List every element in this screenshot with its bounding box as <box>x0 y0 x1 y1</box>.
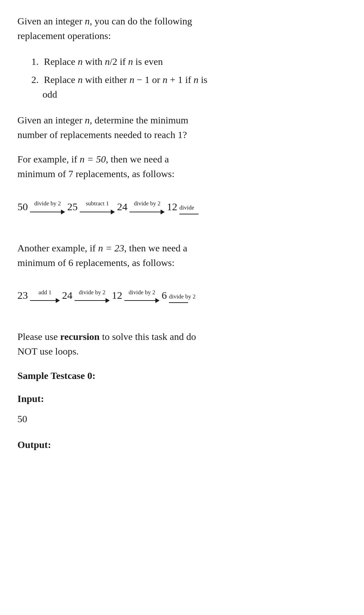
please-recursion: recursion <box>60 331 100 342</box>
ex2-var-n: n <box>98 243 103 253</box>
diagram2-arrowcut-line <box>169 302 188 303</box>
op2-minus: − 1 <box>134 74 150 85</box>
ex2-line2: minimum of 6 replacements, as follows: <box>17 257 175 268</box>
diagram2-arrow3-shaft <box>124 300 156 301</box>
diagram1-arrow-3: divide by 2 <box>130 199 165 214</box>
op2-var-n2: n <box>194 74 199 85</box>
op2-end: is <box>199 74 208 85</box>
diagram1-num-50: 50 <box>17 199 28 214</box>
ex1-eq: = 50 <box>85 154 106 165</box>
op2-var-n: n <box>78 74 83 85</box>
diagram2-num-24: 24 <box>62 287 72 303</box>
example2-text: Another example, if n = 23, then we need… <box>17 241 347 270</box>
diagram1-arrow2-label: subtract 1 <box>86 199 109 208</box>
operations-list: 1. Replace n with n/2 if n is even 2. Re… <box>31 54 347 102</box>
diagram1-arrowcut-shaft <box>179 214 199 214</box>
diagram2-arrowcut-label: divide by 2 <box>169 292 196 301</box>
diagram1-num-25: 25 <box>67 199 78 214</box>
diagram2-flow: x 23 add 1 x 24 d <box>17 277 347 303</box>
diagram2-row-12: 12 <box>112 287 122 303</box>
example1-text: For example, if n = 50, then we need a m… <box>17 152 347 181</box>
op2-odd: odd <box>42 89 57 100</box>
diagram2-arrow1-label: add 1 <box>38 288 51 297</box>
diagram2-arrow1-head <box>56 298 60 303</box>
diagram2-row-6: 6 <box>162 287 167 303</box>
diagram2-arrow-3: divide by 2 <box>124 288 160 303</box>
diagram2-num-6: 6 <box>162 287 167 303</box>
question-var-n: n <box>85 115 90 126</box>
diagram1-num-24: 24 <box>117 199 127 214</box>
op2-plus: + 1 <box>168 74 183 85</box>
op1-var-n: n <box>78 56 83 67</box>
ex1-var-n: n <box>80 154 85 165</box>
diagram2-num-23: 23 <box>17 287 28 303</box>
diagram1-arrow1-line <box>30 210 65 214</box>
diagram1-step-12: x 12 <box>167 188 177 214</box>
please-line2: NOT use loops. <box>17 346 79 357</box>
diagram2-step-23: x 23 <box>17 277 28 303</box>
input-heading: Input: <box>17 392 347 406</box>
diagram2-step-12: x 12 <box>112 277 122 303</box>
operation-2: 2. Replace n with either n − 1 or n + 1 … <box>31 73 347 102</box>
diagram2-arrow3-line <box>124 298 160 303</box>
diagram1-arrow1-head <box>61 210 65 214</box>
question-paragraph: Given an integer n, determine the minimu… <box>17 113 347 142</box>
diagram2-row-23: 23 <box>17 287 28 303</box>
diagram2-arrow1-line <box>30 298 60 303</box>
ex2-cont: , then we need a <box>124 243 187 253</box>
ex1-line2: minimum of 7 replacements, as follows: <box>17 168 175 179</box>
op2-if: if <box>183 74 194 85</box>
input-value: 50 <box>17 412 347 426</box>
diagram1-arrow3-shaft <box>130 212 161 212</box>
op1-replace: Replace <box>44 56 78 67</box>
diagram1-arrow2-line <box>80 210 115 214</box>
diagram1-row-50: 50 <box>17 199 28 214</box>
op2-num: 2. <box>31 74 39 85</box>
op2-replace: Replace <box>44 74 78 85</box>
please-after: to solve this task and do <box>100 331 196 342</box>
question-line2: number of replacements needed to reach 1… <box>17 129 187 140</box>
op2-expr1: n <box>130 74 134 85</box>
sample-testcase-heading: Sample Testcase 0: <box>17 369 347 383</box>
op1-var-n2: n <box>128 56 133 67</box>
diagram2-arrow2-head <box>106 298 110 303</box>
diagram2-arrow3-label: divide by 2 <box>129 288 155 297</box>
output-heading: Output: <box>17 438 347 452</box>
diagram1-arrow3-label: divide by 2 <box>134 199 161 208</box>
diagram1-arrow3-line <box>130 210 165 214</box>
diagram1-step-25: x 25 <box>67 188 78 214</box>
diagram1-step-24: x 24 <box>117 188 127 214</box>
diagram1-flow: x 50 divide by 2 x 25 <box>17 188 347 214</box>
op1-num: 1. <box>31 56 39 67</box>
question-line1a: Given an integer <box>17 115 85 126</box>
ex2-eq: = 23 <box>103 243 124 253</box>
intro-line2: replacement operations: <box>17 30 111 41</box>
op2-expr2: n <box>163 74 168 85</box>
diagram1-arrow-1: divide by 2 <box>30 199 65 214</box>
diagram2-arrow3-head <box>155 298 160 303</box>
operation-1: 1. Replace n with n/2 if n is even <box>31 54 347 69</box>
question-line1b: , determine the minimum <box>90 115 188 126</box>
ex2-intro: Another example, if <box>17 243 98 253</box>
please-before: Please use <box>17 331 60 342</box>
intro-text-after: , you can do the following <box>90 16 192 26</box>
diagram2-step-24: x 24 <box>62 277 72 303</box>
diagram1-arrowcut-label: divide <box>179 203 194 212</box>
op1-if: if <box>117 56 128 67</box>
diagram2-arrow2-label: divide by 2 <box>79 288 106 297</box>
diagram2-arrow-cutoff: divide by 2 <box>169 292 196 303</box>
diagram2-arrowcut-shaft <box>169 302 188 303</box>
diagram1-arrow-cutoff: divide <box>179 203 199 214</box>
diagram2-num-12: 12 <box>112 287 122 303</box>
op2-with: with either <box>83 74 130 85</box>
op1-slash: /2 <box>110 56 117 67</box>
diagram1: x 50 divide by 2 x 25 <box>17 188 347 228</box>
op1-expr: n <box>105 56 110 67</box>
diagram1-row-12: 12 <box>167 199 177 214</box>
diagram1-arrow3-head <box>161 210 165 214</box>
diagram1-arrow-2: subtract 1 <box>80 199 115 214</box>
diagram1-arrowcut-line <box>179 214 199 214</box>
diagram2-row-24: 24 <box>62 287 72 303</box>
diagram1-arrow1-shaft <box>30 212 61 212</box>
intro-var-n: n <box>85 16 90 26</box>
